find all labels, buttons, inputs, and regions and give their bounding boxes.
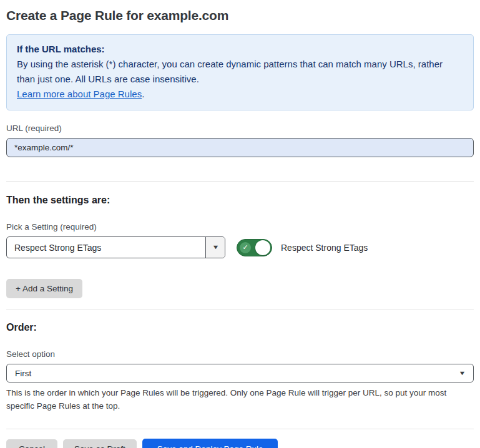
add-setting-button[interactable]: + Add a Setting: [6, 279, 82, 298]
order-select[interactable]: First ▼: [6, 364, 474, 382]
page-rule-form: Create a Page Rule for example.com If th…: [0, 0, 480, 448]
page-title: Create a Page Rule for example.com: [6, 7, 474, 24]
cancel-button[interactable]: Cancel: [6, 439, 57, 448]
divider: [6, 181, 474, 182]
respect-strong-etags-toggle[interactable]: ✓: [237, 239, 272, 256]
info-box-link-line: Learn more about Page Rules.: [17, 87, 463, 102]
setting-dropdown[interactable]: Respect Strong ETags ▼: [6, 236, 225, 258]
url-input[interactable]: [6, 138, 474, 157]
order-section-heading: Order:: [6, 321, 474, 334]
info-box-body: By using the asterisk (*) character, you…: [17, 57, 463, 87]
url-field-label: URL (required): [6, 124, 474, 134]
order-select-value: First: [15, 369, 459, 378]
learn-more-link[interactable]: Learn more about Page Rules: [17, 89, 142, 99]
setting-dropdown-caret-button[interactable]: ▼: [205, 237, 225, 258]
url-match-info-box: If the URL matches: By using the asteris…: [6, 34, 474, 110]
setting-row: Respect Strong ETags ▼ ✓ Respect Strong …: [6, 236, 474, 258]
caret-down-icon: ▼: [459, 371, 466, 376]
pick-setting-label: Pick a Setting (required): [6, 222, 474, 232]
order-help-text: This is the order in which your Page Rul…: [6, 386, 474, 412]
caret-down-icon: ▼: [212, 245, 219, 250]
setting-dropdown-value: Respect Strong ETags: [7, 237, 205, 258]
order-select-label: Select option: [6, 349, 474, 359]
divider: [6, 309, 474, 309]
toggle-knob: [255, 240, 270, 255]
link-suffix: .: [142, 89, 144, 99]
settings-section-heading: Then the settings are:: [6, 194, 474, 207]
toggle-label: Respect Strong ETags: [281, 243, 368, 253]
save-and-deploy-button[interactable]: Save and Deploy Page Rule: [142, 439, 278, 448]
save-as-draft-button[interactable]: Save as Draft: [63, 439, 137, 448]
check-icon: ✓: [240, 242, 251, 253]
divider: [6, 429, 474, 429]
info-box-heading: If the URL matches:: [17, 42, 463, 57]
footer-actions: Cancel Save as Draft Save and Deploy Pag…: [6, 439, 474, 448]
